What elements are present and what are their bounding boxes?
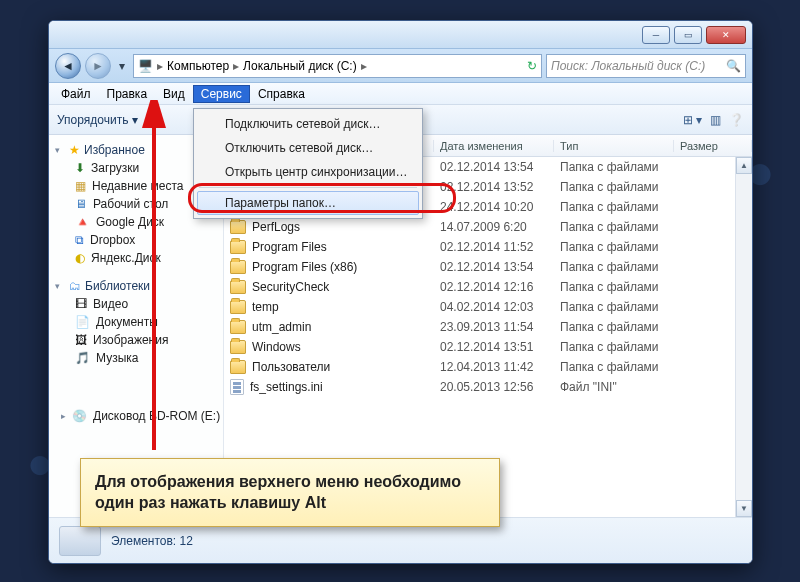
file-type: Папка с файлами xyxy=(554,320,674,334)
file-name: Windows xyxy=(252,340,301,354)
documents-icon: 📄 xyxy=(75,315,90,329)
pictures-icon: 🖼 xyxy=(75,333,87,347)
table-row[interactable]: utm_admin23.09.2013 11:54Папка с файлами xyxy=(224,317,752,337)
folder-icon xyxy=(230,340,246,354)
table-row[interactable]: Пользователи12.04.2013 11:42Папка с файл… xyxy=(224,357,752,377)
status-label: Элементов: xyxy=(111,534,176,548)
breadcrumb-drive[interactable]: Локальный диск (C:) xyxy=(243,59,357,73)
dropbox-icon: ⧉ xyxy=(75,233,84,247)
file-type: Папка с файлами xyxy=(554,280,674,294)
file-date: 02.12.2014 11:52 xyxy=(434,240,554,254)
file-date: 24.12.2014 10:20 xyxy=(434,200,554,214)
gdrive-icon: 🔺 xyxy=(75,215,90,229)
file-name: SecurityCheck xyxy=(252,280,329,294)
sidebar-item-bdrom[interactable]: ▸💿Дисковод BD-ROM (E:)▾ xyxy=(53,407,219,425)
breadcrumb-root[interactable]: Компьютер xyxy=(167,59,229,73)
history-dropdown[interactable]: ▾ xyxy=(115,59,129,73)
folder-icon xyxy=(230,280,246,294)
preview-pane-button[interactable]: ▥ xyxy=(710,113,721,127)
video-icon: 🎞 xyxy=(75,297,87,311)
file-type: Папка с файлами xyxy=(554,240,674,254)
menu-service[interactable]: Сервис xyxy=(193,85,250,103)
sidebar-item-dropbox[interactable]: ⧉Dropbox xyxy=(53,231,219,249)
file-name: Program Files xyxy=(252,240,327,254)
recent-icon: ▦ xyxy=(75,179,86,193)
menu-help[interactable]: Справка xyxy=(250,85,313,103)
menu-item-connect-drive[interactable]: Подключить сетевой диск… xyxy=(197,112,419,136)
file-type: Папка с файлами xyxy=(554,340,674,354)
back-button[interactable]: ◄ xyxy=(55,53,81,79)
organize-button[interactable]: Упорядочить ▾ xyxy=(57,113,138,127)
col-size[interactable]: Размер xyxy=(674,140,752,152)
close-button[interactable]: ✕ xyxy=(706,26,746,44)
file-date: 20.05.2013 12:56 xyxy=(434,380,554,394)
file-date: 23.09.2013 11:54 xyxy=(434,320,554,334)
file-name: Program Files (x86) xyxy=(252,260,357,274)
table-row[interactable]: Program Files (x86)02.12.2014 13:54Папка… xyxy=(224,257,752,277)
service-dropdown: Подключить сетевой диск… Отключить сетев… xyxy=(193,108,423,219)
download-icon: ⬇ xyxy=(75,161,85,175)
file-name: temp xyxy=(252,300,279,314)
minimize-button[interactable]: ─ xyxy=(642,26,670,44)
maximize-button[interactable]: ▭ xyxy=(674,26,702,44)
search-icon: 🔍 xyxy=(726,59,741,73)
drive-thumbnail-icon xyxy=(59,526,101,556)
menu-item-disconnect-drive[interactable]: Отключить сетевой диск… xyxy=(197,136,419,160)
file-date: 14.07.2009 6:20 xyxy=(434,220,554,234)
file-date: 02.12.2014 13:54 xyxy=(434,160,554,174)
status-count: 12 xyxy=(180,534,193,548)
file-name: Пользователи xyxy=(252,360,330,374)
refresh-icon[interactable]: ↻ xyxy=(527,59,537,73)
chevron-down-icon: ▾ xyxy=(132,113,138,127)
computer-icon: 🖥️ xyxy=(138,59,153,73)
address-bar[interactable]: 🖥️ ▸ Компьютер ▸ Локальный диск (C:) ▸ ↻ xyxy=(133,54,542,78)
table-row[interactable]: fs_settings.ini20.05.2013 12:56Файл "INI… xyxy=(224,377,752,397)
col-type[interactable]: Тип xyxy=(554,140,674,152)
titlebar: ─ ▭ ✕ xyxy=(49,21,752,49)
menu-edit[interactable]: Правка xyxy=(99,85,156,103)
folder-icon xyxy=(230,260,246,274)
file-type: Папка с файлами xyxy=(554,200,674,214)
file-date: 02.12.2014 12:16 xyxy=(434,280,554,294)
col-date[interactable]: Дата изменения xyxy=(434,140,554,152)
organize-label: Упорядочить xyxy=(57,113,128,127)
sidebar-item-video[interactable]: 🎞Видео xyxy=(53,295,219,313)
folder-icon xyxy=(230,320,246,334)
forward-button[interactable]: ► xyxy=(85,53,111,79)
table-row[interactable]: PerfLogs14.07.2009 6:20Папка с файлами xyxy=(224,217,752,237)
annotation-note: Для отображения верхнего меню необходимо… xyxy=(80,458,500,527)
file-name: fs_settings.ini xyxy=(250,380,323,394)
scroll-up-button[interactable]: ▲ xyxy=(736,157,752,174)
menu-item-folder-options[interactable]: Параметры папок… xyxy=(197,191,419,215)
file-type: Папка с файлами xyxy=(554,300,674,314)
sidebar-item-pictures[interactable]: 🖼Изображения xyxy=(53,331,219,349)
file-type: Папка с файлами xyxy=(554,160,674,174)
scroll-down-button[interactable]: ▼ xyxy=(736,500,752,517)
file-type: Файл "INI" xyxy=(554,380,674,394)
table-row[interactable]: SecurityCheck02.12.2014 12:16Папка с фай… xyxy=(224,277,752,297)
table-row[interactable]: Program Files02.12.2014 11:52Папка с фай… xyxy=(224,237,752,257)
table-row[interactable]: temp04.02.2014 12:03Папка с файлами xyxy=(224,297,752,317)
menu-item-sync-center[interactable]: Открыть центр синхронизации… xyxy=(197,160,419,184)
vertical-scrollbar[interactable]: ▲ ▼ xyxy=(735,157,752,517)
sidebar-libraries-header[interactable]: ▾🗂Библиотеки xyxy=(53,277,219,295)
sidebar-item-documents[interactable]: 📄Документы xyxy=(53,313,219,331)
libraries-icon: 🗂 xyxy=(69,279,81,293)
sidebar-libraries-group: ▾🗂Библиотеки 🎞Видео 📄Документы 🖼Изображе… xyxy=(53,277,219,367)
file-date: 12.04.2013 11:42 xyxy=(434,360,554,374)
table-row[interactable]: Windows02.12.2014 13:51Папка с файлами xyxy=(224,337,752,357)
view-mode-button[interactable]: ⊞ ▾ xyxy=(683,113,702,127)
file-name: PerfLogs xyxy=(252,220,300,234)
file-type: Папка с файлами xyxy=(554,220,674,234)
search-input[interactable]: Поиск: Локальный диск (C:) 🔍 xyxy=(546,54,746,78)
file-icon xyxy=(230,379,244,395)
help-icon[interactable]: ❔ xyxy=(729,113,744,127)
navbar: ◄ ► ▾ 🖥️ ▸ Компьютер ▸ Локальный диск (C… xyxy=(49,49,752,83)
menu-file[interactable]: Файл xyxy=(53,85,99,103)
disc-icon: 💿 xyxy=(72,409,87,423)
sidebar-item-yadisk[interactable]: ◐Яндекс.Диск xyxy=(53,249,219,267)
menubar: Файл Правка Вид Сервис Справка xyxy=(49,83,752,105)
sidebar-item-music[interactable]: 🎵Музыка xyxy=(53,349,219,367)
menu-view[interactable]: Вид xyxy=(155,85,193,103)
yandex-icon: ◐ xyxy=(75,251,85,265)
